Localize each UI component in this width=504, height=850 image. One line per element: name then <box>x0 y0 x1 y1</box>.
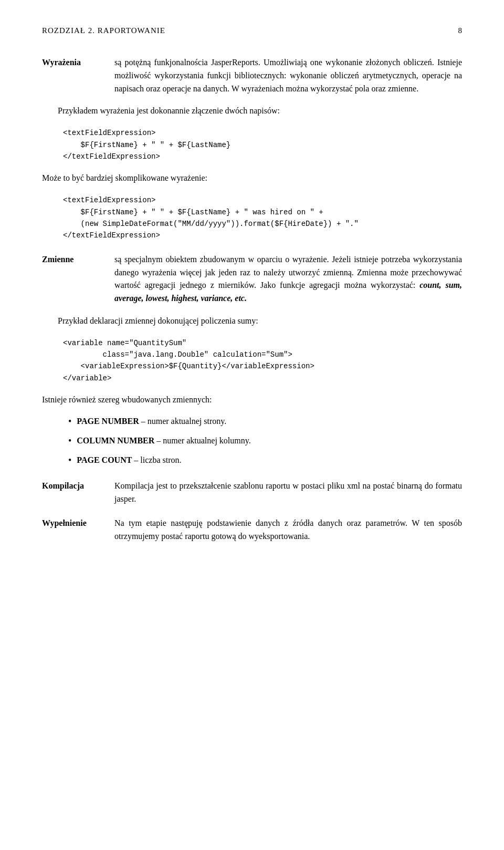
code-block-1: <textFieldExpression> $F{FirstName} + " … <box>63 127 462 162</box>
wyrazenia-example-intro: Przykładem wyrażenia jest dokonannie złą… <box>42 105 462 118</box>
bullet-icon: • <box>68 434 71 449</box>
page-container: ROZDZIAŁ 2. RAPORTOWANIE 8 Wyrażenia są … <box>0 0 504 850</box>
zmienne-text: są specjalnym obiektem zbudowanym w opar… <box>114 253 462 305</box>
code-between-text: Może to być bardziej skomplikowane wyraż… <box>42 172 462 185</box>
list-item-text-3: PAGE COUNT – liczba stron. <box>77 454 462 467</box>
list-term-column-number: COLUMN NUMBER <box>77 436 154 445</box>
list-term-page-number: PAGE NUMBER <box>77 417 139 426</box>
kompilacja-term: Kompilacja <box>42 480 110 506</box>
list-item: • COLUMN NUMBER – numer aktualnej kolumn… <box>68 434 462 449</box>
wyrazenia-section: Wyrażenia są potężną funkjonalnościa Jas… <box>42 56 462 242</box>
list-term-separator-3: – liczba stron. <box>132 455 181 464</box>
list-term-separator-2: – numer aktualnej kolumny. <box>154 436 250 445</box>
wyrazenia-term: Wyrażenia <box>42 56 110 95</box>
zmienne-section: Zmienne są specjalnym obiektem zbudowany… <box>42 253 462 468</box>
wyrazenia-text: są potężną funkjonalnościa JasperReports… <box>114 56 462 95</box>
code-block-2: <textFieldExpression> $F{FirstName} + " … <box>63 194 462 242</box>
zmienne-functions: count, sum, average, lowest, highest, va… <box>114 281 462 303</box>
chapter-title: ROZDZIAŁ 2. RAPORTOWANIE <box>42 26 165 35</box>
kompilacja-text: Kompilacja jest to przekształcenie szabl… <box>114 480 462 506</box>
kompilacja-section: Kompilacja Kompilacja jest to przekształ… <box>42 480 462 506</box>
page-header: ROZDZIAŁ 2. RAPORTOWANIE 8 <box>42 26 462 35</box>
list-term-separator-1: – numer aktualnej strony. <box>139 417 226 426</box>
list-item: • PAGE NUMBER – numer aktualnej strony. <box>68 415 462 429</box>
wypelnienie-section: Wypełnienie Na tym etapie następuję pods… <box>42 517 462 543</box>
zmienne-example-intro: Przykład deklaracji zmiennej dokonującej… <box>42 315 462 328</box>
wypelnienie-paragraph: Wypełnienie Na tym etapie następuję pods… <box>42 517 462 543</box>
zmienne-paragraph: Zmienne są specjalnym obiektem zbudowany… <box>42 253 462 305</box>
kompilacja-paragraph: Kompilacja Kompilacja jest to przekształ… <box>42 480 462 506</box>
list-item-text-2: COLUMN NUMBER – numer aktualnej kolumny. <box>77 434 462 448</box>
wypelnienie-term: Wypełnienie <box>42 517 110 543</box>
list-item-text-1: PAGE NUMBER – numer aktualnej strony. <box>77 415 462 428</box>
zmienne-term: Zmienne <box>42 253 110 305</box>
page-number: 8 <box>458 26 463 35</box>
builtin-intro: Istnieje również szereg wbudowanych zmie… <box>42 393 462 407</box>
list-term-page-count: PAGE COUNT <box>77 455 132 464</box>
bullet-icon: • <box>68 453 71 468</box>
list-item: • PAGE COUNT – liczba stron. <box>68 454 462 468</box>
code-block-3: <variable name="QuantitySum" class="java… <box>63 337 462 385</box>
bullet-icon: • <box>68 414 71 429</box>
builtin-list: • PAGE NUMBER – numer aktualnej strony. … <box>68 415 462 468</box>
wyrazenia-paragraph: Wyrażenia są potężną funkjonalnościa Jas… <box>42 56 462 95</box>
wypelnienie-text: Na tym etapie następuję podstawienie dan… <box>114 517 462 543</box>
